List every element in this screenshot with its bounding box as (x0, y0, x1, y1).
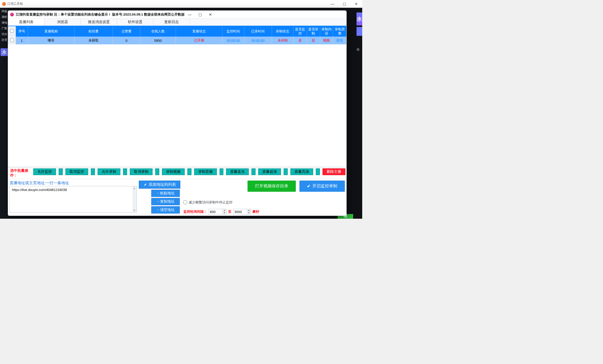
batch-gap-3 (155, 168, 159, 175)
tab-push-settings[interactable]: 推送消息设置 (81, 18, 117, 26)
col-rectime[interactable]: 已录时间 (244, 26, 272, 37)
cell-idx: 1 (16, 37, 28, 44)
app-icon (2, 2, 6, 6)
cell-status: 已开播 (176, 37, 222, 44)
table-row[interactable]: 1 嘴哥 未获取 0 5950 已开播 00:00:00 00:00:00 未录… (8, 37, 346, 44)
modal-titlebar: 江湖抖音直播监控与录制 注：单个设置功能在列表右键会显示！ 版本号:2023.0… (8, 11, 346, 18)
col-status[interactable]: 直播状态 (176, 26, 222, 37)
header-checkbox-cell[interactable] (8, 26, 16, 37)
spin-down-icon[interactable]: ▼ (247, 212, 251, 214)
sidebar-item-1[interactable]: 湖积 (0, 15, 9, 19)
sidebar-item-5[interactable]: 次登 (0, 37, 9, 42)
select-all-checkbox[interactable] (10, 29, 14, 33)
batch-gap-1 (91, 168, 95, 175)
col-isrec[interactable]: 是否录制 (307, 26, 320, 37)
modal-maximize-button[interactable]: ▢ (195, 11, 205, 18)
reduce-freq-checkbox[interactable] (183, 201, 187, 204)
batch-gap-6 (251, 168, 256, 175)
batch-record-audio[interactable]: 录制音频 (194, 168, 217, 175)
cell-likes: 0 (113, 37, 140, 44)
outer-minimize-button[interactable]: — (326, 0, 338, 8)
row-checkbox-cell[interactable] (8, 37, 16, 44)
tab-browser[interactable]: 浏览器 (44, 18, 81, 26)
batch-cancel-record[interactable]: 取消录制 (130, 168, 153, 175)
open-save-dir-button[interactable]: 打开视频保存目录 (248, 181, 296, 192)
table-wrap[interactable]: 序号 直播昵称 粉丝量 点赞量 在线人数 直播状态 监控时间 已录时间 录制状态… (8, 26, 346, 167)
col-fans[interactable]: 粉丝量 (74, 26, 113, 37)
cell-recstate: 未录制 (272, 37, 294, 44)
address-scrollbar[interactable]: ▲ ▼ (132, 186, 136, 212)
modal-title: 江湖抖音直播监控与录制 注：单个设置功能在列表右键会显示！ 版本号:2023.0… (16, 12, 184, 17)
batch-delete-anchor[interactable]: 删除主播 (323, 168, 345, 175)
col-content[interactable]: 录制内容 (320, 26, 333, 37)
scroll-up-icon[interactable]: ▲ (133, 187, 136, 190)
batch-quality-bluray[interactable]: 质量蓝光 (226, 168, 249, 175)
spin-up-icon[interactable]: ▲ (247, 209, 251, 212)
cell-nick: 嘴哥 (28, 37, 74, 44)
address-textarea[interactable] (10, 186, 132, 212)
batch-gap-7 (284, 168, 288, 175)
cell-ismon: 是 (294, 37, 307, 44)
open-save-dir-label: 打开视频保存目录 (255, 183, 288, 189)
col-ismon[interactable]: 是否监控 (294, 26, 307, 37)
start-monitor-record-button[interactable]: ✔ 开启监控录制 (299, 181, 345, 192)
outer-window-titlebar: 江湖工具箱 — ▢ ✕ (0, 0, 362, 8)
sidebar-item-0[interactable]: 件贴 (0, 9, 9, 13)
row-checkbox[interactable] (10, 38, 14, 42)
check-icon: ✔ (307, 184, 310, 189)
sidebar-item-4[interactable]: 功次 (0, 32, 9, 36)
col-recstate[interactable]: 录制状态 (272, 26, 294, 37)
tab-changelog[interactable]: 更新日志 (153, 18, 190, 26)
cell-isrec: 是 (307, 37, 320, 44)
batch-quality-ultra[interactable]: 质量超清 (258, 168, 281, 175)
modal-app-icon (10, 13, 14, 16)
batch-cancel-monitor[interactable]: 取消监控 (65, 168, 88, 175)
poll-label: 监控轮询间隔： (183, 209, 207, 214)
cell-fans: 未获取 (74, 37, 113, 44)
col-montime[interactable]: 监控时间 (222, 26, 244, 37)
cell-quality: 蓝光 (333, 37, 346, 44)
address-column: 直播地址或主页地址:一行一条地址 ▲ ▼ (10, 181, 137, 215)
batch-allow-record[interactable]: 允许录制 (98, 168, 120, 175)
middle-button-column: 添加地址到列表 ←粘贴地址 ←复制地址 ←清空地址 (139, 181, 180, 215)
cell-montime: 00:00:00 (222, 37, 244, 44)
batch-allow-monitor[interactable]: 允许监控 (33, 168, 56, 175)
cell-rectime: 00:00:00 (244, 37, 272, 44)
modal-minimize-button[interactable]: — (184, 11, 195, 18)
spin-up-icon[interactable]: ▲ (223, 209, 226, 212)
poll-max-input[interactable] (233, 209, 247, 214)
add-address-button[interactable]: 添加地址到列表 (139, 181, 180, 189)
copy-address-button[interactable]: ←复制地址 (151, 198, 180, 205)
right-vip-label: 会 (357, 47, 362, 52)
outer-close-button[interactable]: ✕ (350, 0, 362, 8)
modal-close-button[interactable]: ✕ (205, 11, 216, 18)
batch-record-video[interactable]: 录制视频 (162, 168, 185, 175)
address-label: 直播地址或主页地址:一行一条地址 (10, 181, 137, 186)
col-likes[interactable]: 点赞量 (113, 26, 140, 37)
outer-maximize-button[interactable]: ▢ (338, 0, 350, 8)
col-nick[interactable]: 直播昵称 (28, 26, 74, 37)
col-online[interactable]: 在线人数 (140, 26, 176, 37)
poll-min-input[interactable] (209, 209, 222, 214)
spin-down-icon[interactable]: ▼ (223, 212, 226, 214)
col-quality[interactable]: 录制质量 (333, 26, 346, 37)
clear-address-button[interactable]: ←清空地址 (151, 206, 180, 214)
col-idx[interactable]: 序号 (16, 26, 28, 37)
tab-livelist[interactable]: 直播列表 (8, 18, 44, 26)
batch-quality-hd[interactable]: 质量高清 (290, 168, 313, 175)
batch-gap-2 (123, 168, 127, 175)
poll-min-spinner: ▲ ▼ (222, 209, 226, 214)
batch-gap-0 (59, 168, 63, 175)
sidebar-item-3[interactable]: 广数 (0, 26, 9, 31)
tabs-row: 直播列表 浏览器 推送消息设置 软件设置 更新日志 (8, 18, 346, 26)
batch-gap-8 (316, 168, 320, 175)
scroll-down-icon[interactable]: ▼ (133, 209, 136, 212)
poll-max-box: ▲ ▼ (233, 209, 251, 215)
tab-software-settings[interactable]: 软件设置 (117, 18, 153, 26)
sidebar-badge[interactable]: 永 (1, 48, 8, 56)
add-address-label: 添加地址到列表 (149, 182, 176, 187)
pencil-icon (143, 183, 147, 187)
batch-gap-4 (187, 168, 191, 175)
paste-address-button[interactable]: ←粘贴地址 (151, 190, 180, 197)
sidebar-item-2[interactable]: 湖地 (0, 20, 9, 25)
